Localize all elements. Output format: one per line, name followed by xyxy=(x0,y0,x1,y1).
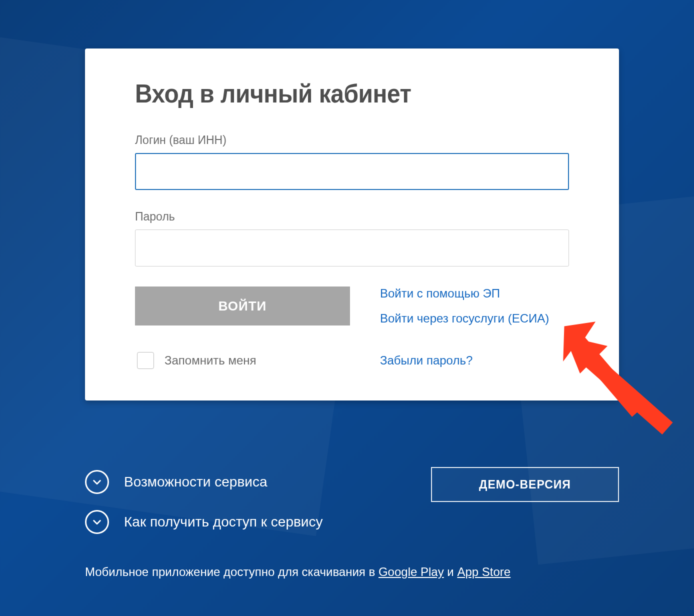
svg-line-2 xyxy=(582,354,668,428)
mobile-app-line: Мобильное приложение доступно для скачив… xyxy=(85,565,510,579)
demo-version-button[interactable]: ДЕМО-ВЕРСИЯ xyxy=(431,467,619,502)
login-esia-link[interactable]: Войти через госуслуги (ЕСИА) xyxy=(380,312,549,326)
login-input[interactable] xyxy=(135,153,569,190)
page-root: Вход в личный кабинет Логин (ваш ИНН) Па… xyxy=(0,0,694,616)
chevron-down-icon xyxy=(85,470,109,494)
app-store-link[interactable]: App Store xyxy=(457,565,510,578)
remember-me-checkbox[interactable] xyxy=(137,352,154,369)
capabilities-label: Возможности сервиса xyxy=(124,474,268,490)
forgot-password-link[interactable]: Забыли пароль? xyxy=(380,354,472,368)
login-label: Логин (ваш ИНН) xyxy=(135,134,569,147)
how-to-access-toggle[interactable]: Как получить доступ к сервису xyxy=(85,510,619,534)
annotation-arrow-icon xyxy=(552,318,682,448)
chevron-down-icon xyxy=(85,510,109,534)
secondary-row: Запомнить меня Забыли пароль? xyxy=(135,350,569,370)
password-field-block: Пароль xyxy=(135,210,569,266)
login-button[interactable]: ВОЙТИ xyxy=(135,286,350,326)
password-label: Пароль xyxy=(135,210,569,224)
below-card-section: ДЕМО-ВЕРСИЯ Возможности сервиса Как полу… xyxy=(85,470,619,550)
mobile-sep: и xyxy=(444,565,458,578)
page-title: Вход в личный кабинет xyxy=(135,78,534,108)
remember-me-block: Запомнить меня xyxy=(135,350,380,370)
google-play-link[interactable]: Google Play xyxy=(378,565,444,578)
how-to-access-label: Как получить доступ к сервису xyxy=(124,514,322,530)
actions-row: ВОЙТИ Войти с помощью ЭП Войти через гос… xyxy=(135,286,569,326)
remember-me-label[interactable]: Запомнить меня xyxy=(164,354,256,368)
alt-login-links: Войти с помощью ЭП Войти через госуслуги… xyxy=(380,286,549,326)
login-card: Вход в личный кабинет Логин (ваш ИНН) Па… xyxy=(85,48,619,400)
login-ep-link[interactable]: Войти с помощью ЭП xyxy=(380,286,549,300)
svg-marker-3 xyxy=(565,336,608,374)
login-field-block: Логин (ваш ИНН) xyxy=(135,134,569,190)
mobile-prefix: Мобильное приложение доступно для скачив… xyxy=(85,565,378,578)
password-input[interactable] xyxy=(135,230,569,266)
